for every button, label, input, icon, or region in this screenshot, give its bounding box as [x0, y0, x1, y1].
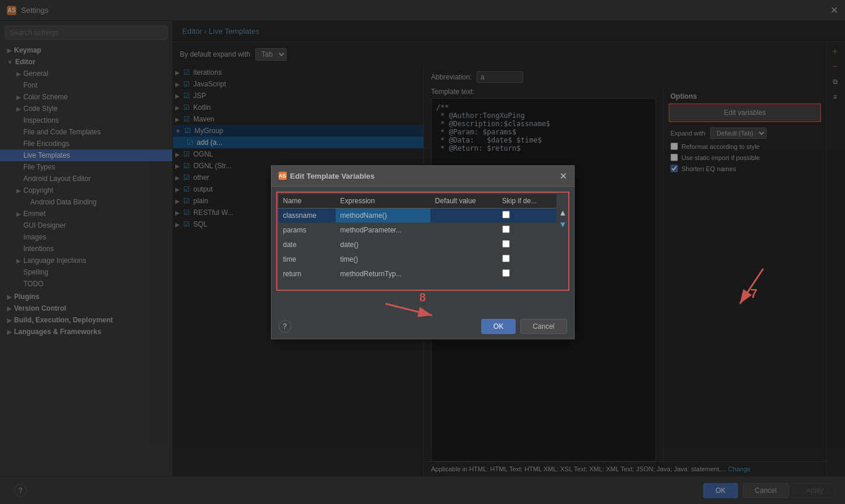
row3-default [430, 237, 498, 252]
table-body: classname methodName() params methodPara… [279, 208, 557, 281]
row1-expression: methodName() [336, 208, 430, 223]
table-row[interactable]: time time() [279, 252, 557, 266]
row3-skip-checkbox[interactable] [502, 240, 510, 248]
row2-name: params [279, 223, 336, 237]
col-expression: Expression [336, 194, 430, 208]
modal-table-container: Name Expression Default value Skip if de… [279, 194, 567, 289]
modal-title-text: Edit Template Variables [290, 172, 375, 180]
row5-name: return [279, 266, 336, 281]
row1-skip [498, 208, 557, 223]
row4-default [430, 252, 498, 266]
arrow-to-edit-vars [670, 257, 787, 327]
col-name: Name [279, 194, 336, 208]
modal-title: AS Edit Template Variables [279, 172, 375, 180]
row3-name: date [279, 237, 336, 252]
modal-help-button[interactable]: ? [279, 320, 291, 333]
table-header: Name Expression Default value Skip if de… [279, 194, 557, 208]
modal-cancel-button[interactable]: Cancel [520, 319, 566, 334]
annotation-8: 8 [279, 289, 567, 307]
row2-skip-checkbox[interactable] [502, 225, 510, 233]
modal-footer: ? OK Cancel [272, 314, 574, 339]
row2-skip [498, 223, 557, 237]
modal-title-bar: AS Edit Template Variables ✕ [272, 166, 574, 187]
modal-body: Name Expression Default value Skip if de… [272, 187, 574, 314]
row5-default [430, 266, 498, 281]
table-row[interactable]: date date() [279, 237, 557, 252]
annotation-7: 7 [750, 286, 757, 301]
col-skip: Skip if de... [498, 194, 557, 208]
col-default: Default value [430, 194, 498, 208]
row4-expression: time() [336, 252, 430, 266]
table-row[interactable]: classname methodName() [279, 208, 557, 223]
modal-ok-button[interactable]: OK [481, 319, 516, 334]
row1-name: classname [279, 208, 336, 223]
edit-template-variables-modal: AS Edit Template Variables ✕ Name Expres… [271, 165, 575, 339]
table-header-row: Name Expression Default value Skip if de… [279, 194, 557, 208]
row5-skip-checkbox[interactable] [502, 269, 510, 277]
row5-skip [498, 266, 557, 281]
modal-overlay: AS Edit Template Variables ✕ Name Expres… [0, 0, 845, 504]
scroll-down-button[interactable]: ▼ [559, 220, 567, 229]
row3-skip [498, 237, 557, 252]
table-row[interactable]: params methodParameter... [279, 223, 557, 237]
row2-default [430, 223, 498, 237]
scroll-up-button[interactable]: ▲ [559, 208, 567, 217]
svg-line-3 [740, 269, 763, 304]
row4-name: time [279, 252, 336, 266]
row3-expression: date() [336, 237, 430, 252]
row1-default [430, 208, 498, 223]
row5-expression: methodReturnTyp... [336, 266, 430, 281]
row1-skip-checkbox[interactable] [502, 211, 510, 218]
table-row[interactable]: return methodReturnTyp... [279, 266, 557, 281]
row4-skip [498, 252, 557, 266]
modal-close-button[interactable]: ✕ [559, 171, 567, 182]
modal-footer-buttons: OK Cancel [481, 319, 567, 334]
variables-table: Name Expression Default value Skip if de… [279, 194, 557, 281]
modal-app-icon: AS [279, 172, 287, 180]
scroll-arrows: ▲ ▼ [559, 194, 567, 289]
row4-skip-checkbox[interactable] [502, 255, 510, 262]
row2-expression: methodParameter... [336, 223, 430, 237]
